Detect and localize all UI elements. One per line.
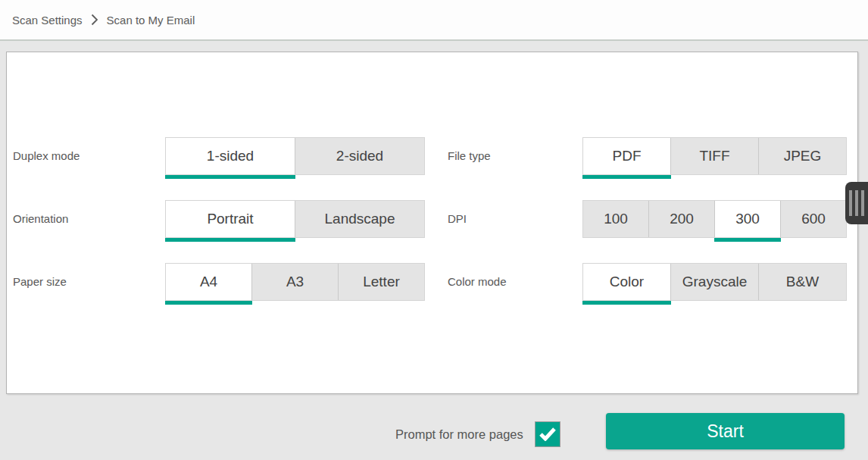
- file-type-group: PDF TIFF JPEG: [582, 137, 847, 175]
- paper-size-a4-button[interactable]: A4: [166, 264, 252, 300]
- orientation-label: Orientation: [13, 200, 68, 238]
- orientation-portrait-button[interactable]: Portrait: [166, 201, 295, 237]
- orientation-landscape-button[interactable]: Landscape: [295, 201, 424, 237]
- prompt-for-more-pages-checkbox[interactable]: [535, 421, 560, 447]
- orientation-group: Portrait Landscape: [165, 200, 425, 238]
- dpi-600-button[interactable]: 600: [781, 201, 846, 237]
- dpi-200-button[interactable]: 200: [649, 201, 715, 237]
- dpi-group: 100 200 300 600: [582, 200, 847, 238]
- paper-size-label: Paper size: [13, 263, 67, 301]
- duplex-1-sided-button[interactable]: 1-sided: [166, 138, 295, 174]
- duplex-mode-group: 1-sided 2-sided: [165, 137, 425, 175]
- color-mode-label: Color mode: [448, 263, 507, 301]
- file-type-tiff-button[interactable]: TIFF: [671, 138, 759, 174]
- breadcrumb-scan-settings[interactable]: Scan Settings: [12, 14, 83, 27]
- scan-settings-screen: Scan Settings Scan to My Email Duplex mo…: [0, 0, 868, 460]
- breadcrumb: Scan Settings Scan to My Email: [0, 0, 868, 41]
- color-mode-grayscale-button[interactable]: Grayscale: [671, 264, 759, 300]
- drawer-handle[interactable]: [845, 182, 868, 224]
- grip-vertical-icon: [849, 190, 864, 216]
- paper-size-letter-button[interactable]: Letter: [339, 264, 424, 300]
- file-type-jpeg-button[interactable]: JPEG: [759, 138, 846, 174]
- dpi-label: DPI: [448, 200, 467, 238]
- color-mode-bw-button[interactable]: B&W: [759, 264, 846, 300]
- file-type-label: File type: [448, 137, 491, 175]
- file-type-pdf-button[interactable]: PDF: [583, 138, 671, 174]
- prompt-for-more-pages-row: Prompt for more pages: [395, 421, 560, 447]
- settings-panel: Duplex mode 1-sided 2-sided File type PD…: [6, 52, 858, 394]
- dpi-100-button[interactable]: 100: [583, 201, 649, 237]
- duplex-mode-label: Duplex mode: [13, 137, 80, 175]
- color-mode-group: Color Grayscale B&W: [582, 263, 847, 301]
- chevron-right-icon: [91, 14, 98, 26]
- dpi-300-button[interactable]: 300: [715, 201, 781, 237]
- check-icon: [539, 427, 556, 441]
- start-button[interactable]: Start: [606, 413, 845, 449]
- breadcrumb-current-page: Scan to My Email: [107, 14, 195, 27]
- color-mode-color-button[interactable]: Color: [583, 264, 671, 300]
- paper-size-group: A4 A3 Letter: [165, 263, 425, 301]
- paper-size-a3-button[interactable]: A3: [252, 264, 339, 300]
- prompt-for-more-pages-label: Prompt for more pages: [395, 427, 523, 442]
- duplex-2-sided-button[interactable]: 2-sided: [295, 138, 424, 174]
